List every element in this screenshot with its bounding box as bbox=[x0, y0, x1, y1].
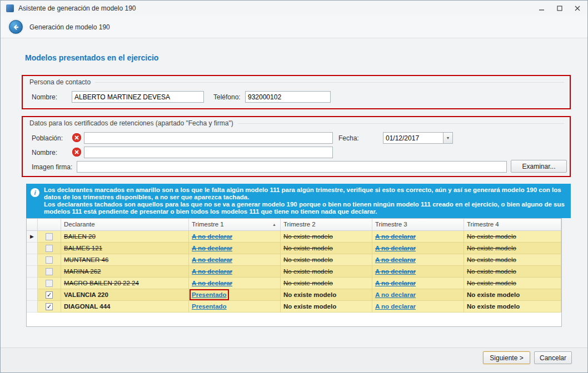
trimestre-2-cell: No existe modelo bbox=[281, 266, 372, 278]
trimestre-1-link[interactable]: Presentado bbox=[192, 303, 227, 310]
banner-paragraph-2: Los declarantes tachados son aquellos pa… bbox=[44, 201, 566, 215]
trimestre-1-link[interactable]: A no declarar bbox=[192, 268, 232, 275]
trimestre-3-cell: A no declarar bbox=[372, 266, 464, 278]
imagen-firma-input[interactable] bbox=[77, 161, 507, 173]
trimestre-3-link[interactable]: A no declarar bbox=[375, 291, 416, 298]
contact-group-header: Persona de contacto bbox=[29, 78, 564, 86]
row-indicator-cell bbox=[27, 266, 38, 278]
group-separator bbox=[95, 82, 564, 83]
row-checkbox-cell[interactable] bbox=[38, 231, 61, 243]
row-checkbox[interactable]: ✓ bbox=[46, 291, 53, 299]
header-indicator-cell bbox=[27, 219, 38, 230]
row-checkbox-cell[interactable] bbox=[38, 266, 61, 278]
row-checkbox-cell[interactable] bbox=[38, 278, 61, 289]
maximize-icon[interactable] bbox=[555, 4, 564, 13]
fecha-input[interactable] bbox=[383, 132, 443, 144]
row-checkbox[interactable] bbox=[46, 233, 53, 240]
trimestre-2-cell: No existe modelo bbox=[281, 231, 372, 243]
declarante-text: VALENCIA 220 bbox=[64, 291, 108, 298]
titlebar[interactable]: Asistente de generación de modelo 190 bbox=[1, 1, 587, 16]
trimestre-3-link[interactable]: A no declarar bbox=[375, 303, 416, 310]
siguiente-button[interactable]: Siguiente > bbox=[483, 351, 530, 364]
trimestre-4-cell: No existe modelo bbox=[464, 301, 561, 312]
row-checkbox-cell[interactable] bbox=[38, 243, 61, 254]
grid-header: Declarante Trimestre 1 ▲ Trimestre 2 Tri… bbox=[27, 219, 561, 231]
row-checkbox[interactable] bbox=[46, 256, 53, 264]
header-trimestre-3[interactable]: Trimestre 3 bbox=[372, 219, 464, 230]
grid-rows: ▶ BAILEN 20 A no declarar No existe mode… bbox=[27, 231, 561, 312]
back-button[interactable] bbox=[9, 20, 23, 34]
trimestre-1-link[interactable]: A no declarar bbox=[192, 233, 232, 240]
window-controls bbox=[537, 1, 582, 16]
wizard-step-title: Generación de modelo 190 bbox=[29, 23, 110, 31]
row-checkbox[interactable] bbox=[46, 280, 53, 287]
row-checkbox-cell[interactable]: ✓ bbox=[38, 301, 61, 312]
trimestre-4-text: No existe modelo bbox=[467, 291, 520, 298]
trimestre-4-text: No existe modelo bbox=[467, 245, 516, 251]
table-row[interactable]: MUNTANER 46 A no declarar No existe mode… bbox=[27, 254, 561, 266]
trimestre-4-cell: No existe modelo bbox=[464, 289, 561, 301]
row-indicator-cell bbox=[27, 243, 38, 254]
trimestre-1-link[interactable]: A no declarar bbox=[192, 280, 232, 286]
fecha-dropdown-button[interactable]: ▼ bbox=[443, 132, 453, 144]
trimestre-3-link[interactable]: A no declarar bbox=[375, 245, 416, 251]
poblacion-input[interactable] bbox=[84, 132, 333, 144]
row-indicator-cell bbox=[27, 278, 38, 289]
header-checkbox-cell bbox=[38, 219, 61, 230]
chevron-down-icon: ▼ bbox=[446, 136, 450, 140]
trimestre-3-link[interactable]: A no declarar bbox=[375, 233, 416, 240]
info-banner: i Los declarantes marcados en amarillo s… bbox=[26, 184, 571, 218]
table-row[interactable]: MARINA 262 A no declarar No existe model… bbox=[27, 266, 561, 278]
declarante-cell: MUNTANER 46 bbox=[61, 254, 189, 266]
row-checkbox[interactable] bbox=[46, 268, 53, 275]
trimestre-3-link[interactable]: A no declarar bbox=[375, 256, 416, 263]
trimestre-1-cell: A no declarar bbox=[189, 231, 281, 243]
current-row-indicator-icon: ▶ bbox=[30, 234, 34, 239]
examinar-button[interactable]: Examinar... bbox=[511, 160, 567, 173]
contact-telefono-input[interactable] bbox=[245, 91, 331, 103]
table-row[interactable]: MACRO BAILEN 20 22 24 A no declarar No e… bbox=[27, 278, 561, 289]
table-row[interactable]: BALMES 121 A no declarar No existe model… bbox=[27, 243, 561, 254]
trimestre-1-cell: Presentado bbox=[189, 301, 281, 312]
back-arrow-icon bbox=[12, 23, 20, 31]
trimestre-4-text: No existe modelo bbox=[467, 256, 516, 263]
trimestre-4-cell: No existe modelo bbox=[464, 231, 561, 243]
trimestre-1-cell: A no declarar bbox=[189, 243, 281, 254]
trimestre-1-link[interactable]: Presentado bbox=[192, 291, 227, 298]
cancelar-button[interactable]: Cancelar bbox=[534, 351, 572, 364]
cert-nombre-input[interactable] bbox=[84, 147, 333, 158]
trimestre-4-cell: No existe modelo bbox=[464, 278, 561, 289]
trimestre-1-cell: Presentado bbox=[189, 289, 281, 301]
row-checkbox-cell[interactable]: ✓ bbox=[38, 289, 61, 301]
contact-groupbox: Persona de contacto Nombre: Teléfono: bbox=[22, 75, 571, 109]
row-checkbox[interactable]: ✓ bbox=[46, 303, 53, 310]
table-row[interactable]: ▶ BAILEN 20 A no declarar No existe mode… bbox=[27, 231, 561, 243]
trimestre-3-cell: A no declarar bbox=[372, 289, 464, 301]
declarante-text: MUNTANER 46 bbox=[64, 256, 108, 263]
trimestre-3-link[interactable]: A no declarar bbox=[375, 280, 416, 286]
row-checkbox[interactable] bbox=[46, 245, 53, 252]
table-row[interactable]: ✓ VALENCIA 220 Presentado No existe mode… bbox=[27, 289, 561, 301]
contact-nombre-input[interactable] bbox=[72, 91, 204, 103]
trimestre-3-cell: A no declarar bbox=[372, 243, 464, 254]
table-row[interactable]: ✓ DIAGONAL 444 Presentado No existe mode… bbox=[27, 301, 561, 312]
window-title: Asistente de generación de modelo 190 bbox=[18, 4, 136, 12]
info-icon: i bbox=[31, 188, 39, 197]
close-icon[interactable] bbox=[573, 4, 582, 13]
header-declarante-label: Declarante bbox=[64, 221, 95, 228]
trimestre-4-cell: No existe modelo bbox=[464, 266, 561, 278]
trimestre-1-link[interactable]: A no declarar bbox=[192, 256, 232, 263]
header-trimestre-1[interactable]: Trimestre 1 ▲ bbox=[189, 219, 281, 230]
trimestre-3-cell: A no declarar bbox=[372, 278, 464, 289]
header-trimestre-2[interactable]: Trimestre 2 bbox=[281, 219, 372, 230]
trimestre-1-link[interactable]: A no declarar bbox=[192, 245, 232, 251]
row-checkbox-cell[interactable] bbox=[38, 254, 61, 266]
minimize-icon[interactable] bbox=[537, 4, 546, 13]
declarante-cell: MACRO BAILEN 20 22 24 bbox=[61, 278, 189, 289]
header-declarante[interactable]: Declarante bbox=[61, 219, 189, 230]
group-separator bbox=[238, 123, 564, 124]
header-trimestre-4[interactable]: Trimestre 4 bbox=[464, 219, 561, 230]
trimestre-1-cell: A no declarar bbox=[189, 266, 281, 278]
trimestre-4-text: No existe modelo bbox=[467, 303, 520, 310]
trimestre-3-link[interactable]: A no declarar bbox=[375, 268, 416, 275]
